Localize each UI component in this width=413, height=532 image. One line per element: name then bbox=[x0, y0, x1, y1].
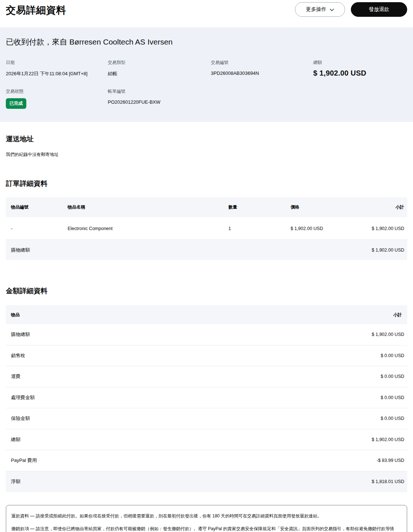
total-amount-field: 總額 $ 1,902.00 USD bbox=[313, 60, 407, 77]
order-table-header: 物品編號 物品名稱 數量 價格 小計 bbox=[6, 197, 407, 217]
item-quantity-cell: 1 bbox=[223, 226, 285, 231]
amount-row-insurance: 保險金額 $ 0.00 USD bbox=[6, 408, 407, 429]
row-value: $ 1,902.00 USD bbox=[372, 332, 404, 337]
refund-info-text: 退款資料 — 請接受或拒絕此付款。如果你現在接受付款，但稍後需要退款，則在最初付… bbox=[11, 513, 402, 519]
row-value: $ 1,902.00 USD bbox=[372, 437, 404, 442]
col-item-number: 物品編號 bbox=[6, 204, 62, 210]
row-label: 總額 bbox=[11, 436, 20, 443]
purchase-total-value: $ 1,902.00 USD bbox=[372, 248, 407, 253]
amount-row-sales-tax: 銷售稅 $ 0.00 USD bbox=[6, 345, 407, 367]
amount-row-purchase-total: 購物總額 $ 1,902.00 USD bbox=[6, 324, 407, 345]
row-label: 保險金額 bbox=[11, 415, 30, 422]
transaction-type-label: 交易類型 bbox=[108, 60, 211, 66]
order-details-table: 物品編號 物品名稱 數量 價格 小計 - Electronic Componen… bbox=[6, 197, 407, 260]
header-actions: 更多操作 發放退款 bbox=[295, 2, 407, 17]
chevron-down-icon bbox=[330, 7, 334, 12]
transaction-type-field: 交易類型 結帳 bbox=[108, 60, 211, 77]
date-value: 2026年1月22日 下午11:08:04 [GMT+8] bbox=[6, 70, 108, 77]
col-subtotal: 小計 bbox=[359, 204, 407, 210]
transaction-summary-panel: 已收到付款，來自 Børresen Cooltech AS Iversen 日期… bbox=[0, 27, 413, 122]
reversal-info-text: 撤銷款項 — 請注意，即使你已將物品寄給買家，付款仍有可能被撤銷（例如：發生撤銷… bbox=[11, 525, 402, 532]
transaction-status-field: 交易狀態 已完成 bbox=[6, 88, 108, 109]
col-item-name: 物品名稱 bbox=[62, 204, 223, 210]
date-label: 日期 bbox=[6, 60, 108, 66]
row-label: 銷售稅 bbox=[11, 352, 25, 359]
transaction-id-field: 交易編號 3PD26008AB303694N bbox=[211, 60, 313, 77]
col-quantity: 數量 bbox=[223, 204, 285, 210]
row-value: $ 1,818.01 USD bbox=[372, 479, 404, 484]
order-details-title: 訂單詳細資料 bbox=[6, 179, 407, 188]
row-value: $ 0.00 USD bbox=[380, 395, 404, 400]
total-amount-label: 總額 bbox=[313, 60, 407, 66]
date-field: 日期 2026年1月22日 下午11:08:04 [GMT+8] bbox=[6, 60, 108, 77]
status-badge: 已完成 bbox=[6, 98, 26, 109]
invoice-id-label: 帳單編號 bbox=[108, 88, 407, 95]
row-label: 購物總額 bbox=[11, 331, 30, 338]
col-price: 價格 bbox=[285, 204, 359, 210]
more-actions-label: 更多操作 bbox=[306, 6, 326, 13]
summary-fields-row-2: 交易狀態 已完成 帳單編號 PO202601220FUE-BXW bbox=[6, 88, 407, 109]
item-name-cell: Electronic Component bbox=[62, 226, 223, 231]
order-details-section: 訂單詳細資料 物品編號 物品名稱 數量 價格 小計 - Electronic C… bbox=[0, 179, 413, 260]
col-item: 物品 bbox=[11, 312, 20, 318]
amount-details-table: 物品 小計 購物總額 $ 1,902.00 USD 銷售稅 $ 0.00 USD… bbox=[6, 305, 407, 492]
row-value: $ 0.00 USD bbox=[380, 353, 404, 358]
amount-row-paypal-fee: PayPal 費用 -$ 83.99 USD bbox=[6, 450, 407, 471]
table-row: - Electronic Component 1 $ 1,902.00 USD … bbox=[6, 217, 407, 240]
transaction-id-value: 3PD26008AB303694N bbox=[211, 70, 313, 76]
amount-details-title: 金額詳細資料 bbox=[6, 286, 407, 296]
transaction-status-label: 交易狀態 bbox=[6, 88, 108, 95]
item-subtotal-cell: $ 1,902.00 USD bbox=[359, 226, 407, 231]
amount-row-handling-fee: 處理費金額 $ 0.00 USD bbox=[6, 387, 407, 409]
order-table-footer: 購物總額 $ 1,902.00 USD bbox=[6, 240, 407, 260]
more-actions-button[interactable]: 更多操作 bbox=[295, 2, 345, 17]
col-subtotal: 小計 bbox=[393, 312, 402, 318]
shipping-address-section: 運送地址 我們的紀錄中沒有郵寄地址 bbox=[0, 134, 413, 158]
transaction-id-label: 交易編號 bbox=[211, 60, 313, 66]
payment-received-headline: 已收到付款，來自 Børresen Cooltech AS Iversen bbox=[6, 37, 407, 47]
invoice-id-field: 帳單編號 PO202601220FUE-BXW bbox=[108, 88, 407, 109]
row-label: PayPal 費用 bbox=[11, 457, 37, 464]
row-label: 運費 bbox=[11, 373, 20, 380]
amounts-table-header: 物品 小計 bbox=[6, 305, 407, 324]
total-amount-value: $ 1,902.00 USD bbox=[313, 69, 407, 77]
amount-row-total: 總額 $ 1,902.00 USD bbox=[6, 429, 407, 451]
shipping-address-body: 我們的紀錄中沒有郵寄地址 bbox=[6, 152, 407, 158]
shipping-address-title: 運送地址 bbox=[6, 134, 407, 144]
row-value: -$ 83.99 USD bbox=[376, 458, 404, 463]
amount-row-shipping: 運費 $ 0.00 USD bbox=[6, 366, 407, 387]
page-header: 交易詳細資料 更多操作 發放退款 bbox=[0, 0, 413, 20]
row-value: $ 0.00 USD bbox=[380, 416, 404, 421]
summary-fields-row-1: 日期 2026年1月22日 下午11:08:04 [GMT+8] 交易類型 結帳… bbox=[6, 60, 407, 77]
item-price-cell: $ 1,902.00 USD bbox=[285, 226, 359, 231]
row-label: 淨額 bbox=[11, 478, 20, 485]
invoice-id-value: PO202601220FUE-BXW bbox=[108, 99, 407, 105]
purchase-total-label: 購物總額 bbox=[6, 247, 30, 253]
row-label: 處理費金額 bbox=[11, 394, 35, 401]
transaction-type-value: 結帳 bbox=[108, 70, 211, 77]
row-value: $ 0.00 USD bbox=[380, 374, 404, 379]
page-title: 交易詳細資料 bbox=[6, 2, 66, 17]
amount-details-section: 金額詳細資料 物品 小計 購物總額 $ 1,902.00 USD 銷售稅 $ 0… bbox=[0, 286, 413, 492]
refund-notice-box: 退款資料 — 請接受或拒絕此付款。如果你現在接受付款，但稍後需要退款，則在最初付… bbox=[6, 505, 407, 532]
issue-refund-button[interactable]: 發放退款 bbox=[351, 2, 407, 17]
amount-row-net: 淨額 $ 1,818.01 USD bbox=[6, 471, 407, 493]
item-number-cell: - bbox=[6, 226, 62, 231]
